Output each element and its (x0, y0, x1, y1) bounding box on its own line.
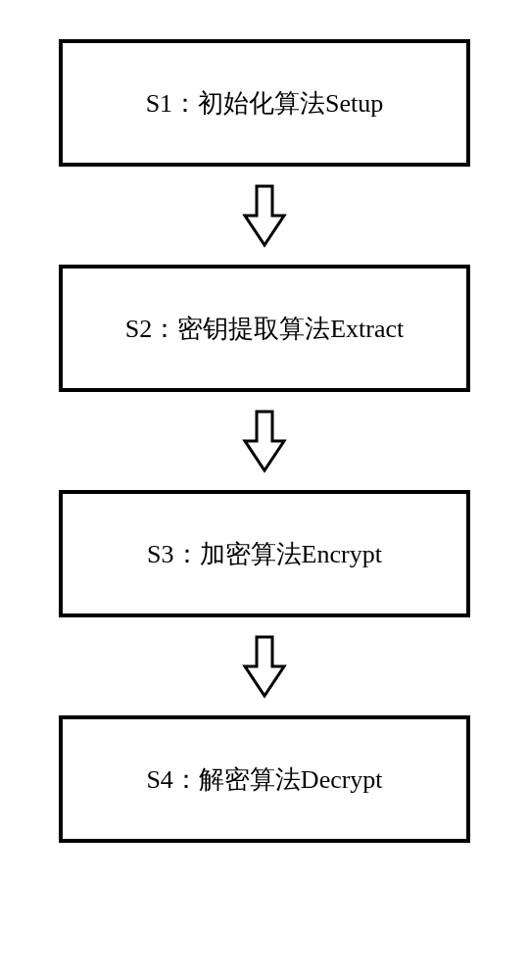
arrow-down-icon (240, 407, 289, 475)
step-label-s2: S2：密钥提取算法Extract (125, 312, 405, 346)
step-box-s4: S4：解密算法Decrypt (59, 715, 470, 843)
step-label-s1: S1：初始化算法Setup (146, 86, 384, 121)
step-box-s1: S1：初始化算法Setup (59, 39, 470, 167)
step-label-s3: S3：加密算法Encrypt (147, 537, 382, 571)
step-box-s3: S3：加密算法Encrypt (59, 490, 470, 617)
step-box-s2: S2：密钥提取算法Extract (59, 265, 470, 392)
arrow-down-icon (240, 632, 289, 701)
arrow-down-icon (240, 181, 289, 250)
step-label-s4: S4：解密算法Decrypt (146, 762, 382, 797)
